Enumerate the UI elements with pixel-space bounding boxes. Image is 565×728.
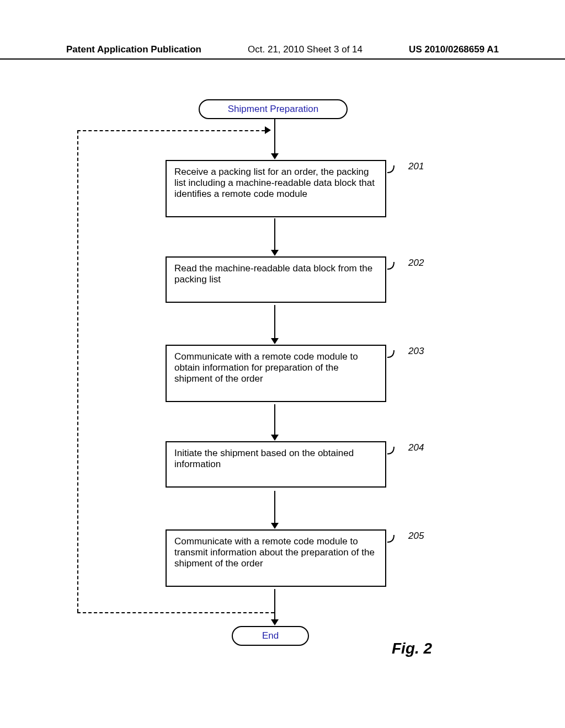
flow-arrow xyxy=(274,491,275,523)
flow-arrowhead xyxy=(271,250,279,256)
flow-step-205: Communicate with a remote code module to… xyxy=(166,529,386,587)
flow-step-203: Communicate with a remote code module to… xyxy=(166,345,386,402)
loopback-segment xyxy=(77,130,78,612)
ref-leader-icon xyxy=(387,349,404,366)
flow-arrowhead xyxy=(271,435,279,441)
ref-leader-icon xyxy=(387,446,404,462)
start-terminator: Shipment Preparation xyxy=(199,99,348,119)
ref-number: 202 xyxy=(408,258,424,269)
ref-number: 204 xyxy=(408,442,424,453)
ref-number: 201 xyxy=(408,161,424,172)
flow-arrowhead xyxy=(271,619,279,625)
header-pubnumber: US 2010/0268659 A1 xyxy=(409,44,499,55)
loopback-segment xyxy=(77,130,265,131)
end-terminator: End xyxy=(232,626,309,646)
ref-leader-icon xyxy=(387,261,404,277)
header-publication: Patent Application Publication xyxy=(66,44,201,55)
loopback-arrowhead xyxy=(265,126,271,134)
flow-arrowhead xyxy=(271,338,279,344)
page-header: Patent Application Publication Oct. 21, … xyxy=(0,44,565,60)
ref-number: 203 xyxy=(408,346,424,357)
ref-leader-icon xyxy=(387,534,404,550)
flow-step-201: Receive a packing list for an order, the… xyxy=(166,160,386,217)
ref-leader-icon xyxy=(387,164,404,181)
loopback-segment xyxy=(77,612,274,613)
flow-step-204: Initiate the shipment based on the obtai… xyxy=(166,441,386,488)
ref-number: 205 xyxy=(408,531,424,542)
header-date-sheet: Oct. 21, 2010 Sheet 3 of 14 xyxy=(248,44,363,55)
flow-arrow xyxy=(274,589,275,619)
flow-arrow xyxy=(274,404,275,435)
figure-label: Fig. 2 xyxy=(392,640,432,657)
flow-arrow xyxy=(274,119,275,153)
flow-arrow xyxy=(274,305,275,338)
flow-arrowhead xyxy=(271,523,279,529)
flow-arrowhead xyxy=(271,153,279,159)
flow-step-202: Read the machine-readable data block fro… xyxy=(166,256,386,303)
flow-arrow xyxy=(274,218,275,250)
